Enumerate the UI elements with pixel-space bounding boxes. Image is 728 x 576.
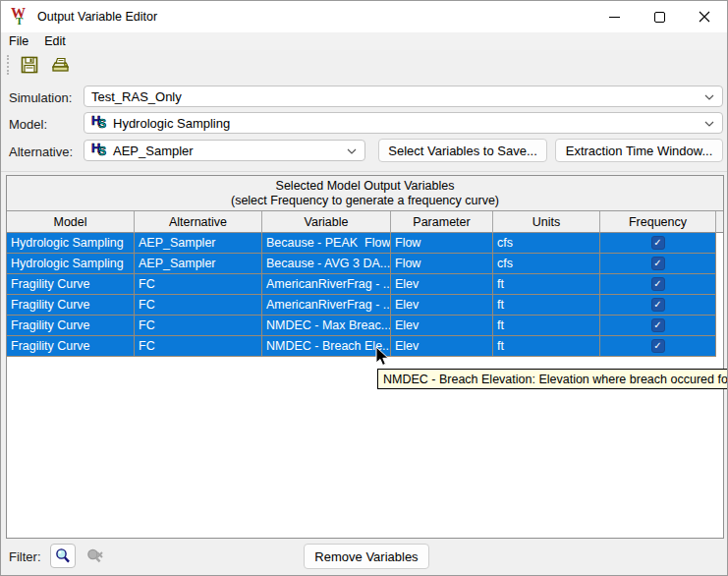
frequency-checkbox[interactable]	[651, 277, 665, 291]
maximize-icon	[654, 12, 665, 23]
cell-parameter[interactable]: Elev	[391, 274, 493, 295]
cell-units[interactable]: ft	[493, 336, 600, 357]
cell-alternative[interactable]: AEP_Sampler	[135, 233, 262, 254]
cell-units[interactable]: ft	[493, 274, 600, 295]
menu-file[interactable]: File	[1, 34, 36, 48]
close-icon	[699, 11, 710, 23]
alternative-label: Alternative:	[9, 144, 73, 159]
save-icon	[21, 56, 38, 74]
table-row[interactable]: Fragility Curve FC AmericanRiverFrag - .…	[7, 274, 723, 295]
cell-model[interactable]: Hydrologic Sampling	[7, 233, 135, 254]
cell-model[interactable]: Fragility Curve	[7, 316, 135, 336]
minimize-icon	[609, 12, 620, 23]
cell-model[interactable]: Hydrologic Sampling	[7, 254, 135, 274]
cell-variable[interactable]: Because - PEAK Flow	[262, 233, 391, 254]
table-row[interactable]: Hydrologic Sampling AEP_Sampler Because …	[7, 233, 723, 254]
cell-parameter[interactable]: Elev	[391, 316, 493, 336]
cell-units[interactable]: ft	[493, 316, 600, 336]
cell-parameter[interactable]: Elev	[391, 295, 493, 316]
tooltip-text: NMDEC - Breach Elevation: Elevation wher…	[383, 373, 728, 386]
cell-parameter[interactable]: Flow	[391, 233, 493, 254]
cell-variable[interactable]: NMDEC - Breach Ele...	[262, 336, 391, 357]
print-button[interactable]	[49, 54, 71, 76]
menu-edit[interactable]: Edit	[36, 34, 74, 48]
cell-frequency[interactable]	[600, 233, 716, 254]
cell-parameter[interactable]: Elev	[391, 336, 493, 357]
cell-variable[interactable]: AmericanRiverFrag - ...	[262, 274, 391, 295]
close-button[interactable]	[682, 1, 727, 32]
title-bar: W T Output Variable Editor	[1, 1, 727, 32]
toolbar	[1, 50, 727, 80]
cell-variable[interactable]: Because - AVG 3 DA...	[262, 254, 391, 274]
alternative-combobox[interactable]: HS AEP_Sampler	[84, 140, 365, 161]
clear-filter-button	[82, 544, 107, 568]
simulation-combobox[interactable]: Test_RAS_Only	[84, 86, 723, 107]
cell-variable[interactable]: NMDEC - Max Breac...	[262, 316, 391, 336]
header-filler	[716, 211, 723, 233]
cell-alternative[interactable]: AEP_Sampler	[135, 254, 262, 274]
cell-frequency[interactable]	[600, 254, 716, 274]
table-title: Selected Model Output Variables (select …	[7, 176, 723, 211]
footer-bar: Filter: Remove Variables	[1, 539, 727, 576]
column-header-parameter[interactable]: Parameter	[391, 211, 493, 233]
cell-units[interactable]: ft	[493, 295, 600, 316]
column-header-variable[interactable]: Variable	[262, 211, 391, 233]
select-variables-button[interactable]: Select Variables to Save...	[378, 139, 547, 162]
cell-parameter[interactable]: Flow	[391, 254, 493, 274]
table-row[interactable]: Fragility Curve FC NMDEC - Breach Ele...…	[7, 336, 723, 357]
save-button[interactable]	[19, 54, 40, 76]
minimize-button[interactable]	[591, 1, 637, 32]
cursor-arrow-icon	[374, 346, 391, 368]
table-row[interactable]: Fragility Curve FC NMDEC - Max Breac... …	[7, 316, 723, 336]
model-combobox[interactable]: HS Hydrologic Sampling	[84, 112, 723, 134]
cell-units[interactable]: cfs	[493, 254, 600, 274]
cell-model[interactable]: Fragility Curve	[7, 336, 135, 357]
tooltip: NMDEC - Breach Elevation: Elevation wher…	[377, 369, 728, 389]
cell-frequency[interactable]	[600, 274, 716, 295]
cell-alternative[interactable]: FC	[135, 274, 262, 295]
hydrologic-sampling-icon: HS	[91, 116, 108, 131]
cell-units[interactable]: cfs	[493, 233, 600, 254]
chevron-down-icon	[704, 121, 714, 127]
frequency-checkbox[interactable]	[651, 236, 665, 250]
chevron-down-icon	[347, 148, 357, 154]
model-label: Model:	[9, 117, 47, 132]
maximize-button[interactable]	[637, 1, 682, 32]
menu-bar: File Edit	[1, 32, 727, 50]
frequency-checkbox[interactable]	[651, 339, 665, 353]
table-header-row: Model Alternative Variable Parameter Uni…	[7, 211, 723, 233]
simulation-label: Simulation:	[9, 90, 72, 105]
model-value: Hydrologic Sampling	[113, 116, 230, 131]
column-header-frequency[interactable]: Frequency	[600, 211, 716, 233]
extraction-time-window-button[interactable]: Extraction Time Window...	[555, 139, 723, 162]
cell-frequency[interactable]	[600, 295, 716, 316]
filter-button[interactable]	[50, 544, 76, 568]
output-variable-editor-window: W T Output Variable Editor File Edit	[0, 0, 728, 576]
separator	[1, 171, 727, 172]
window-controls	[591, 1, 727, 32]
column-header-model[interactable]: Model	[7, 211, 135, 233]
filter-label: Filter:	[9, 549, 41, 564]
frequency-checkbox[interactable]	[651, 318, 665, 332]
cell-model[interactable]: Fragility Curve	[7, 295, 135, 316]
window-title: Output Variable Editor	[37, 10, 157, 24]
table-title-line2: (select Frequency to generate a frequenc…	[7, 194, 723, 208]
table-row[interactable]: Hydrologic Sampling AEP_Sampler Because …	[7, 254, 723, 274]
cell-alternative[interactable]: FC	[135, 316, 262, 336]
frequency-checkbox[interactable]	[651, 298, 665, 312]
cell-frequency[interactable]	[600, 336, 716, 357]
cell-model[interactable]: Fragility Curve	[7, 274, 135, 295]
column-header-alternative[interactable]: Alternative	[135, 211, 262, 233]
cell-frequency[interactable]	[600, 316, 716, 336]
alternative-value: AEP_Sampler	[113, 144, 194, 158]
table-title-line1: Selected Model Output Variables	[7, 179, 723, 194]
cell-variable[interactable]: AmericanRiverFrag - ...	[262, 295, 391, 316]
table-row[interactable]: Fragility Curve FC AmericanRiverFrag - .…	[7, 295, 723, 316]
frequency-checkbox[interactable]	[651, 257, 665, 270]
column-header-units[interactable]: Units	[493, 211, 600, 233]
cell-alternative[interactable]: FC	[135, 295, 262, 316]
hydrologic-sampling-icon: HS	[91, 144, 108, 158]
remove-variables-button[interactable]: Remove Variables	[304, 544, 429, 569]
toolbar-grip[interactable]	[7, 55, 10, 75]
cell-alternative[interactable]: FC	[135, 336, 262, 357]
